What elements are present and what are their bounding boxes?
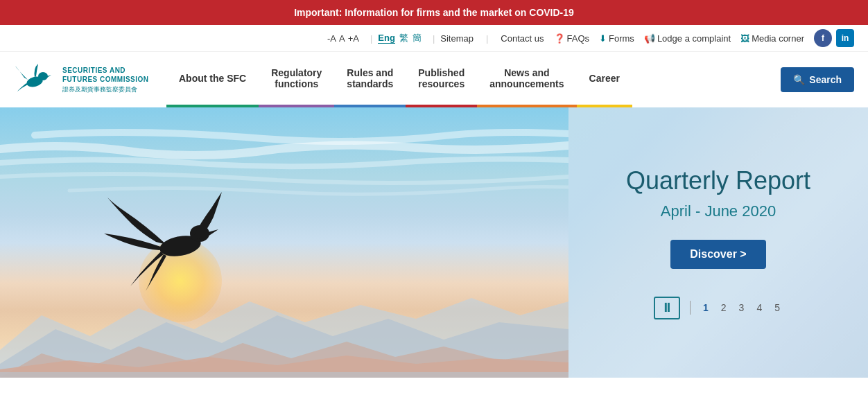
pause-button[interactable]: ⏸ — [654, 297, 680, 319]
faqs-link[interactable]: ❓ FAQs — [554, 33, 590, 44]
svg-point-1 — [38, 72, 48, 80]
hero-section: Quarterly Report April - June 2020 Disco… — [0, 107, 868, 378]
complaint-link[interactable]: 📢 Lodge a complaint — [644, 33, 731, 44]
nav-about[interactable]: About the SFC — [166, 52, 259, 107]
covid-banner-text: Important: Information for firms and the… — [294, 7, 574, 18]
search-icon: 🔍 — [793, 74, 805, 85]
logo-zh-name: 證券及期貨事務監察委員會 — [62, 85, 149, 94]
megaphone-icon: 📢 — [644, 33, 655, 44]
social-icons: f in — [814, 29, 854, 47]
pagination-divider — [690, 301, 691, 315]
hero-subtitle: April - June 2020 — [661, 202, 776, 220]
logo-area[interactable]: SECURITIES ANDFUTURES COMMISSION 證券及期貨事務… — [14, 62, 166, 97]
svg-rect-3 — [0, 372, 568, 378]
question-icon: ❓ — [554, 33, 565, 44]
nav-published[interactable]: Publishedresources — [406, 52, 477, 107]
lang-eng[interactable]: Eng — [378, 33, 395, 44]
font-size-small[interactable]: -A — [327, 33, 336, 44]
page-1[interactable]: 1 — [700, 301, 711, 315]
covid-banner[interactable]: Important: Information for firms and the… — [0, 0, 868, 25]
page-4[interactable]: 4 — [754, 301, 765, 315]
sitemap-link[interactable]: Sitemap — [440, 33, 474, 44]
page-5[interactable]: 5 — [772, 301, 783, 315]
bird-silhouette — [104, 177, 257, 315]
utility-links: Sitemap | Contact us ❓ FAQs ⬇ Forms 📢 Lo… — [440, 33, 804, 44]
main-nav: About the SFC Regulatoryfunctions Rules … — [166, 52, 774, 107]
font-size-large[interactable]: +A — [348, 33, 359, 44]
pause-icon: ⏸ — [661, 301, 673, 315]
media-link[interactable]: 🖼 Media corner — [740, 33, 804, 44]
language-selector: Eng 繁 簡 — [378, 32, 422, 44]
divider-3: | — [486, 33, 488, 44]
image-icon: 🖼 — [740, 33, 749, 44]
linkedin-icon[interactable]: in — [836, 29, 854, 47]
main-header: SECURITIES ANDFUTURES COMMISSION 證券及期貨事務… — [0, 52, 868, 107]
font-size-controls: -A A +A — [327, 33, 359, 44]
facebook-icon[interactable]: f — [814, 29, 832, 47]
hero-pagination: ⏸ 1 2 3 4 5 — [654, 297, 783, 319]
divider-1: | — [370, 33, 372, 44]
nav-regulatory[interactable]: Regulatoryfunctions — [259, 52, 334, 107]
nav-rules[interactable]: Rules andstandards — [334, 52, 406, 107]
page-3[interactable]: 3 — [736, 301, 747, 315]
forms-link[interactable]: ⬇ Forms — [599, 33, 634, 44]
lang-traditional[interactable]: 繁 — [399, 32, 408, 44]
utility-bar: -A A +A | Eng 繁 簡 | Sitemap | Contact us… — [0, 25, 868, 52]
search-button[interactable]: 🔍 Search — [781, 67, 854, 92]
nav-news[interactable]: News andannouncements — [477, 52, 576, 107]
mountains-svg — [0, 253, 568, 378]
hero-title: Quarterly Report — [626, 166, 810, 195]
contact-link[interactable]: Contact us — [501, 33, 544, 44]
logo-en-name: SECURITIES ANDFUTURES COMMISSION — [62, 66, 149, 84]
lang-simplified[interactable]: 簡 — [413, 32, 422, 44]
hero-content-panel: Quarterly Report April - June 2020 Disco… — [568, 107, 868, 378]
page-2[interactable]: 2 — [718, 301, 729, 315]
logo-text: SECURITIES ANDFUTURES COMMISSION 證券及期貨事務… — [62, 66, 149, 94]
cloud-layer — [0, 107, 568, 270]
nav-career[interactable]: Career — [577, 52, 632, 107]
svg-marker-6 — [208, 229, 218, 236]
discover-button[interactable]: Discover > — [670, 240, 765, 269]
svg-marker-2 — [47, 75, 51, 78]
font-size-medium[interactable]: A — [339, 33, 345, 44]
sfc-logo-bird — [14, 62, 55, 97]
download-icon: ⬇ — [599, 33, 607, 44]
divider-2: | — [433, 33, 435, 44]
hero-image — [0, 107, 568, 378]
